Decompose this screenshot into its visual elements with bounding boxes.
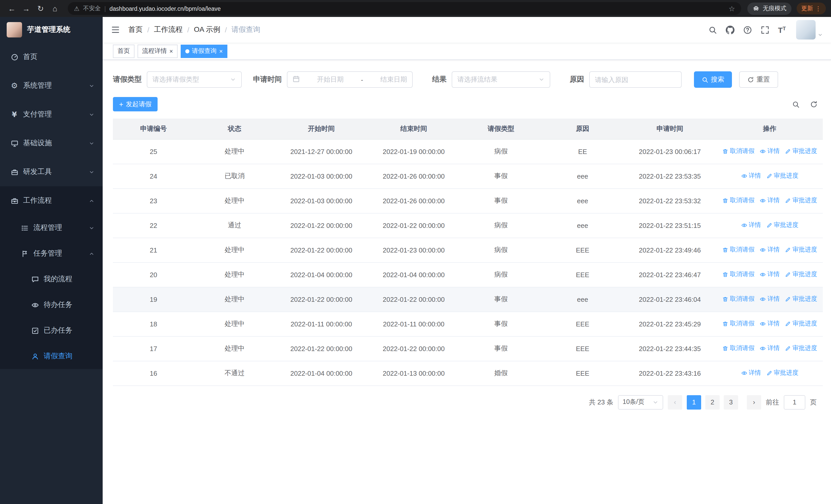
eye-icon [741,173,747,179]
sidebar-item-done-tasks[interactable]: 已办任务 [0,318,103,343]
sidebar-item-dev-tools[interactable]: 研发工具 [0,157,103,186]
infra-icon [10,139,19,147]
detail-link[interactable]: 详情 [760,245,780,254]
search-button[interactable]: 搜索 [694,71,732,88]
progress-link[interactable]: 审批进度 [785,344,817,353]
detail-link[interactable]: 详情 [760,344,780,353]
detail-link[interactable]: 详情 [741,221,761,230]
cell-id: 24 [113,164,194,188]
reload-icon[interactable]: ↻ [34,2,47,15]
reason-input[interactable] [589,71,682,88]
cancel-link[interactable]: 取消请假 [722,320,754,328]
progress-link[interactable]: 审批进度 [785,196,817,205]
progress-link[interactable]: 审批进度 [785,245,817,254]
search-icon[interactable] [708,25,717,34]
help-icon[interactable] [743,25,752,34]
cell-id: 18 [113,312,194,336]
tab-leave-query[interactable]: 请假查询× [181,45,227,58]
sidebar-item-system-management[interactable]: ⚙系统管理 [0,71,103,100]
detail-link[interactable]: 详情 [760,147,780,156]
page-size-select[interactable]: 10条/页 [618,395,663,409]
sidebar-item-task-management[interactable]: 任务管理 [0,241,103,266]
cell-status: 通过 [194,213,275,238]
hamburger-icon[interactable] [111,25,120,34]
cancel-link[interactable]: 取消请假 [722,196,754,205]
column-header: 申请时间 [623,119,717,139]
leave-type-select[interactable]: 请选择请假类型 [147,71,242,88]
page-button-2[interactable]: 2 [705,395,720,409]
close-icon[interactable]: × [219,48,223,54]
goto-page-input[interactable] [784,395,805,409]
logo-avatar [7,22,22,37]
breadcrumb-item[interactable]: OA 示例 [194,25,221,34]
sidebar-item-label: 基础设施 [23,139,52,148]
result-label: 结果 [432,75,447,84]
breadcrumb-item[interactable]: 首页 [128,25,143,34]
cell-start_time: 2022-01-03 00:00:00 [275,188,368,213]
back-icon[interactable]: ← [5,2,19,15]
progress-link[interactable]: 审批进度 [785,147,817,156]
tab-process-detail[interactable]: 流程详情× [138,45,178,58]
sidebar-item-todo-tasks[interactable]: 待办任务 [0,292,103,318]
cancel-link[interactable]: 取消请假 [722,344,754,353]
user-avatar[interactable] [796,20,823,39]
reset-button[interactable]: 重置 [739,71,778,88]
font-size-icon[interactable]: TT [778,25,786,34]
github-icon[interactable] [725,25,734,34]
fullscreen-icon[interactable] [761,25,769,34]
progress-link-label: 审批进度 [793,147,817,156]
table-refresh-icon[interactable] [810,100,818,108]
detail-link[interactable]: 详情 [741,369,761,378]
detail-link[interactable]: 详情 [760,295,780,304]
sidebar-logo[interactable]: 芋道管理系统 [0,17,103,42]
result-select[interactable]: 请选择流结果 [452,71,550,88]
forward-icon[interactable]: → [20,2,33,15]
bookmark-star-icon[interactable]: ☆ [728,4,735,12]
cell-apply_time: 2022-01-22 23:53:35 [623,164,717,188]
sidebar-item-payment-management[interactable]: ¥支付管理 [0,100,103,129]
progress-link[interactable]: 审批进度 [785,295,817,304]
progress-link[interactable]: 审批进度 [785,320,817,328]
cancel-link[interactable]: 取消请假 [722,245,754,254]
detail-link[interactable]: 详情 [741,172,761,180]
url-text[interactable]: dashboard.yudao.iocoder.cn/bpm/oa/leave [110,5,221,11]
progress-link[interactable]: 审批进度 [766,369,798,378]
cancel-link[interactable]: 取消请假 [722,295,754,304]
close-icon[interactable]: × [169,48,173,54]
progress-link[interactable]: 审批进度 [785,270,817,279]
table-row: 20处理中2022-01-04 00:00:002022-01-04 00:00… [113,262,823,287]
cancel-link[interactable]: 取消请假 [722,270,754,279]
sidebar-item-my-process[interactable]: 我的流程 [0,266,103,292]
tab-home[interactable]: 首页 [113,45,135,58]
cell-id: 19 [113,287,194,312]
apply-time-range-picker[interactable]: 开始日期 - 结束日期 [287,71,413,88]
kebab-menu-icon[interactable]: ⋮ [815,5,821,12]
cell-actions: 取消请假详情审批进度 [717,336,823,361]
sidebar-item-workflow[interactable]: 工作流程 [0,186,103,215]
cancel-link[interactable]: 取消请假 [722,147,754,156]
prev-page-button[interactable]: ‹ [668,395,682,409]
eye-icon [741,222,747,228]
cell-id: 16 [113,361,194,385]
security-label[interactable]: 不安全 [83,5,101,12]
sidebar-item-home[interactable]: 首页 [0,42,103,71]
address-bar[interactable]: ⚠ 不安全 | dashboard.yudao.iocoder.cn/bpm/o… [68,2,741,15]
breadcrumb-item[interactable]: 工作流程 [154,25,183,34]
update-button[interactable]: 更新 ⋮ [797,3,826,14]
progress-link-label: 审批进度 [774,369,798,378]
page-button-3[interactable]: 3 [724,395,738,409]
table-search-icon[interactable] [792,100,800,108]
progress-link[interactable]: 审批进度 [766,221,798,230]
sidebar-item-leave-query[interactable]: 请假查询 [0,343,103,369]
sidebar-item-infrastructure[interactable]: 基础设施 [0,129,103,157]
detail-link[interactable]: 详情 [760,320,780,328]
progress-link[interactable]: 审批进度 [766,172,798,180]
next-page-button[interactable]: › [747,395,761,409]
detail-link[interactable]: 详情 [760,270,780,279]
cell-leave_type: 事假 [460,312,542,336]
sidebar-item-process-management[interactable]: 流程管理 [0,215,103,241]
home-icon[interactable]: ⌂ [48,2,62,15]
page-button-1[interactable]: 1 [687,395,701,409]
create-leave-button[interactable]: + 发起请假 [113,97,157,111]
detail-link[interactable]: 详情 [760,196,780,205]
